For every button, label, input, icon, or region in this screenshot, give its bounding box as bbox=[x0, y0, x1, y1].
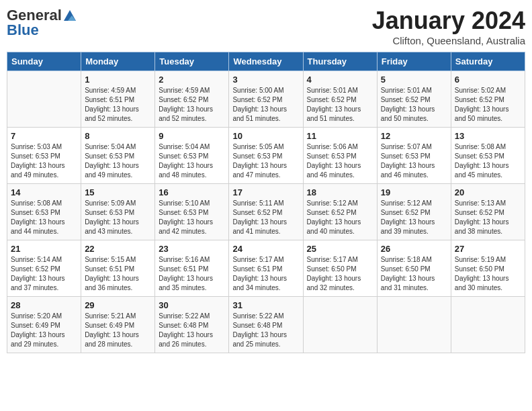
day-number: 17 bbox=[232, 187, 299, 197]
day-number: 14 bbox=[11, 187, 77, 197]
calendar-cell: 1Sunrise: 4:59 AMSunset: 6:51 PMDaylight… bbox=[81, 71, 155, 128]
day-number: 20 bbox=[455, 187, 521, 197]
calendar-cell: 17Sunrise: 5:11 AMSunset: 6:52 PMDayligh… bbox=[229, 184, 303, 240]
calendar-cell bbox=[303, 297, 377, 353]
calendar-cell: 16Sunrise: 5:10 AMSunset: 6:53 PMDayligh… bbox=[155, 184, 229, 240]
day-detail: Sunrise: 5:07 AMSunset: 6:53 PMDaylight:… bbox=[381, 142, 447, 180]
day-detail: Sunrise: 5:04 AMSunset: 6:53 PMDaylight:… bbox=[85, 142, 151, 180]
calendar-cell: 25Sunrise: 5:17 AMSunset: 6:50 PMDayligh… bbox=[303, 240, 377, 297]
day-number: 31 bbox=[232, 300, 299, 310]
calendar-cell: 27Sunrise: 5:19 AMSunset: 6:50 PMDayligh… bbox=[451, 240, 525, 297]
day-detail: Sunrise: 5:08 AMSunset: 6:53 PMDaylight:… bbox=[455, 142, 521, 180]
day-detail: Sunrise: 5:22 AMSunset: 6:48 PMDaylight:… bbox=[159, 312, 225, 349]
weekday-header: Tuesday bbox=[155, 52, 229, 71]
calendar-cell bbox=[451, 297, 525, 353]
day-number: 8 bbox=[85, 131, 151, 141]
calendar-cell: 19Sunrise: 5:12 AMSunset: 6:52 PMDayligh… bbox=[377, 184, 451, 240]
day-detail: Sunrise: 5:18 AMSunset: 6:50 PMDaylight:… bbox=[381, 255, 447, 293]
calendar-cell: 28Sunrise: 5:20 AMSunset: 6:49 PMDayligh… bbox=[7, 297, 81, 353]
day-detail: Sunrise: 5:21 AMSunset: 6:49 PMDaylight:… bbox=[85, 312, 151, 349]
day-number: 27 bbox=[455, 244, 521, 254]
weekday-header: Wednesday bbox=[229, 52, 303, 71]
calendar-cell: 26Sunrise: 5:18 AMSunset: 6:50 PMDayligh… bbox=[377, 240, 451, 297]
day-number: 25 bbox=[307, 244, 373, 254]
day-detail: Sunrise: 5:06 AMSunset: 6:53 PMDaylight:… bbox=[307, 142, 373, 180]
logo: General Blue bbox=[7, 7, 78, 39]
calendar-cell: 6Sunrise: 5:02 AMSunset: 6:52 PMDaylight… bbox=[451, 71, 525, 128]
calendar-cell: 29Sunrise: 5:21 AMSunset: 6:49 PMDayligh… bbox=[81, 297, 155, 353]
calendar-cell: 31Sunrise: 5:22 AMSunset: 6:48 PMDayligh… bbox=[229, 297, 303, 353]
day-number: 13 bbox=[455, 131, 521, 141]
day-number: 7 bbox=[11, 131, 77, 141]
day-detail: Sunrise: 5:22 AMSunset: 6:48 PMDaylight:… bbox=[232, 312, 299, 349]
day-number: 4 bbox=[307, 75, 373, 85]
calendar-cell: 24Sunrise: 5:17 AMSunset: 6:51 PMDayligh… bbox=[229, 240, 303, 297]
day-number: 21 bbox=[11, 244, 77, 254]
day-detail: Sunrise: 5:12 AMSunset: 6:52 PMDaylight:… bbox=[381, 199, 447, 236]
day-number: 29 bbox=[85, 300, 151, 310]
logo-blue: Blue bbox=[7, 21, 39, 39]
location: Clifton, Queensland, Australia bbox=[372, 35, 525, 46]
day-number: 23 bbox=[159, 244, 225, 254]
logo-icon bbox=[62, 9, 77, 22]
weekday-header: Saturday bbox=[451, 52, 525, 71]
day-detail: Sunrise: 5:11 AMSunset: 6:52 PMDaylight:… bbox=[232, 199, 299, 236]
calendar-cell: 23Sunrise: 5:16 AMSunset: 6:51 PMDayligh… bbox=[155, 240, 229, 297]
day-number: 15 bbox=[85, 187, 151, 197]
day-number: 12 bbox=[381, 131, 447, 141]
calendar-cell: 14Sunrise: 5:08 AMSunset: 6:53 PMDayligh… bbox=[7, 184, 81, 240]
calendar-cell: 7Sunrise: 5:03 AMSunset: 6:53 PMDaylight… bbox=[7, 128, 81, 184]
day-detail: Sunrise: 5:20 AMSunset: 6:49 PMDaylight:… bbox=[11, 312, 77, 349]
calendar-cell: 2Sunrise: 4:59 AMSunset: 6:52 PMDaylight… bbox=[155, 71, 229, 128]
weekday-header: Thursday bbox=[303, 52, 377, 71]
day-detail: Sunrise: 5:12 AMSunset: 6:52 PMDaylight:… bbox=[307, 199, 373, 236]
day-detail: Sunrise: 5:08 AMSunset: 6:53 PMDaylight:… bbox=[11, 199, 77, 236]
calendar-week-row: 21Sunrise: 5:14 AMSunset: 6:52 PMDayligh… bbox=[7, 240, 525, 297]
day-detail: Sunrise: 5:17 AMSunset: 6:51 PMDaylight:… bbox=[232, 255, 299, 293]
day-detail: Sunrise: 5:15 AMSunset: 6:51 PMDaylight:… bbox=[85, 255, 151, 293]
calendar-cell bbox=[377, 297, 451, 353]
day-detail: Sunrise: 5:14 AMSunset: 6:52 PMDaylight:… bbox=[11, 255, 77, 293]
calendar-cell: 12Sunrise: 5:07 AMSunset: 6:53 PMDayligh… bbox=[377, 128, 451, 184]
calendar-cell: 11Sunrise: 5:06 AMSunset: 6:53 PMDayligh… bbox=[303, 128, 377, 184]
month-title: January 2024 bbox=[372, 7, 525, 35]
weekday-header: Monday bbox=[81, 52, 155, 71]
calendar-cell: 3Sunrise: 5:00 AMSunset: 6:52 PMDaylight… bbox=[229, 71, 303, 128]
day-detail: Sunrise: 5:01 AMSunset: 6:52 PMDaylight:… bbox=[381, 86, 447, 124]
day-number: 30 bbox=[159, 300, 225, 310]
day-number: 5 bbox=[381, 75, 447, 85]
day-number: 1 bbox=[85, 75, 151, 85]
day-detail: Sunrise: 5:01 AMSunset: 6:52 PMDaylight:… bbox=[307, 86, 373, 124]
day-number: 24 bbox=[232, 244, 299, 254]
calendar-cell: 18Sunrise: 5:12 AMSunset: 6:52 PMDayligh… bbox=[303, 184, 377, 240]
day-number: 22 bbox=[85, 244, 151, 254]
calendar-cell: 22Sunrise: 5:15 AMSunset: 6:51 PMDayligh… bbox=[81, 240, 155, 297]
day-number: 26 bbox=[381, 244, 447, 254]
calendar-cell bbox=[7, 71, 81, 128]
day-detail: Sunrise: 5:00 AMSunset: 6:52 PMDaylight:… bbox=[232, 86, 299, 124]
calendar-cell: 8Sunrise: 5:04 AMSunset: 6:53 PMDaylight… bbox=[81, 128, 155, 184]
day-detail: Sunrise: 5:05 AMSunset: 6:53 PMDaylight:… bbox=[232, 142, 299, 180]
calendar-week-row: 14Sunrise: 5:08 AMSunset: 6:53 PMDayligh… bbox=[7, 184, 525, 240]
day-number: 10 bbox=[232, 131, 299, 141]
calendar-week-row: 7Sunrise: 5:03 AMSunset: 6:53 PMDaylight… bbox=[7, 128, 525, 184]
calendar-cell: 13Sunrise: 5:08 AMSunset: 6:53 PMDayligh… bbox=[451, 128, 525, 184]
calendar-cell: 15Sunrise: 5:09 AMSunset: 6:53 PMDayligh… bbox=[81, 184, 155, 240]
day-detail: Sunrise: 5:16 AMSunset: 6:51 PMDaylight:… bbox=[159, 255, 225, 293]
day-number: 6 bbox=[455, 75, 521, 85]
day-number: 11 bbox=[307, 131, 373, 141]
day-number: 16 bbox=[159, 187, 225, 197]
title-area: January 2024 Clifton, Queensland, Austra… bbox=[372, 7, 525, 46]
day-detail: Sunrise: 5:03 AMSunset: 6:53 PMDaylight:… bbox=[11, 142, 77, 180]
calendar-cell: 21Sunrise: 5:14 AMSunset: 6:52 PMDayligh… bbox=[7, 240, 81, 297]
day-detail: Sunrise: 5:17 AMSunset: 6:50 PMDaylight:… bbox=[307, 255, 373, 293]
day-detail: Sunrise: 5:10 AMSunset: 6:53 PMDaylight:… bbox=[159, 199, 225, 236]
weekday-header: Sunday bbox=[7, 52, 81, 71]
day-detail: Sunrise: 4:59 AMSunset: 6:52 PMDaylight:… bbox=[159, 86, 225, 124]
day-number: 18 bbox=[307, 187, 373, 197]
calendar-header-row: SundayMondayTuesdayWednesdayThursdayFrid… bbox=[7, 52, 525, 71]
calendar-cell: 30Sunrise: 5:22 AMSunset: 6:48 PMDayligh… bbox=[155, 297, 229, 353]
day-detail: Sunrise: 5:13 AMSunset: 6:52 PMDaylight:… bbox=[455, 199, 521, 236]
calendar-week-row: 28Sunrise: 5:20 AMSunset: 6:49 PMDayligh… bbox=[7, 297, 525, 353]
calendar-table: SundayMondayTuesdayWednesdayThursdayFrid… bbox=[7, 52, 525, 353]
